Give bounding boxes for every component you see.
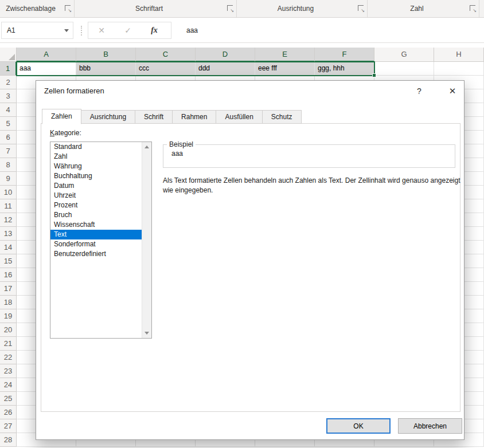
row-header-15[interactable]: 15 xyxy=(0,254,17,268)
listbox-scrollbar[interactable] xyxy=(142,142,151,338)
row-header-17[interactable]: 17 xyxy=(0,282,17,296)
row-header-10[interactable]: 10 xyxy=(0,186,17,199)
row-header-8[interactable]: 8 xyxy=(0,158,17,172)
tab-zahlen[interactable]: Zahlen xyxy=(42,109,81,124)
column-header-E[interactable]: E xyxy=(255,48,315,62)
dialog-tabs: ZahlenAusrichtungSchriftRahmenAusfüllenS… xyxy=(42,109,301,124)
excel-window: ZwischenablageSchriftartAusrichtungZahl … xyxy=(0,0,484,448)
ribbon-group-zwischenablage: Zwischenablage xyxy=(0,0,75,17)
row-header-3[interactable]: 3 xyxy=(0,89,17,103)
column-header-G[interactable]: G xyxy=(374,48,434,62)
row-header-19[interactable]: 19 xyxy=(0,309,17,323)
cell-A1[interactable]: aaa xyxy=(17,62,76,76)
row-header-27[interactable]: 27 xyxy=(0,419,17,433)
cell-C1[interactable]: ccc xyxy=(136,62,196,76)
row-header-7[interactable]: 7 xyxy=(0,144,17,158)
category-standard[interactable]: Standard xyxy=(50,142,142,152)
category-zahl[interactable]: Zahl xyxy=(50,152,142,162)
row-header-21[interactable]: 21 xyxy=(0,337,17,351)
row-header-22[interactable]: 22 xyxy=(0,351,17,364)
insert-function-icon[interactable]: fx xyxy=(141,26,167,35)
category-wissenschaft[interactable]: Wissenschaft xyxy=(50,220,142,230)
category-uhrzeit[interactable]: Uhrzeit xyxy=(50,191,142,201)
tab-rahmen[interactable]: Rahmen xyxy=(172,110,216,124)
column-header-H[interactable]: H xyxy=(434,48,484,62)
close-icon[interactable]: ✕ xyxy=(441,82,464,100)
select-all-corner[interactable] xyxy=(0,48,17,62)
category-prozent[interactable]: Prozent xyxy=(50,201,142,210)
cancel-entry-icon[interactable]: ✕ xyxy=(88,26,115,35)
ok-button[interactable]: OK xyxy=(326,418,391,434)
column-header-A[interactable]: A xyxy=(17,48,76,62)
category-text[interactable]: Text xyxy=(50,230,142,239)
row-header-4[interactable]: 4 xyxy=(0,103,17,117)
column-headers: ABCDEFGH xyxy=(17,48,484,62)
row-header-11[interactable]: 11 xyxy=(0,199,17,213)
dialog-launcher-icon[interactable] xyxy=(470,5,475,11)
row-header-13[interactable]: 13 xyxy=(0,227,17,241)
row-header-2[interactable]: 2 xyxy=(0,76,17,89)
name-box-value: A1 xyxy=(7,22,15,38)
row-header-20[interactable]: 20 xyxy=(0,323,17,337)
confirm-entry-icon[interactable]: ✓ xyxy=(115,26,141,35)
row-header-12[interactable]: 12 xyxy=(0,213,17,227)
tab-ausrichtung[interactable]: Ausrichtung xyxy=(81,110,135,124)
cell-E1[interactable]: eee fff xyxy=(255,62,315,76)
tab-ausfuellen[interactable]: Ausfüllen xyxy=(216,110,262,124)
ribbon-group-label: Schriftart xyxy=(75,0,224,17)
column-header-D[interactable]: D xyxy=(196,48,255,62)
row-header-24[interactable]: 24 xyxy=(0,378,17,392)
ribbon-group-ausrichtung: Ausrichtung xyxy=(237,0,368,17)
scroll-down-icon[interactable] xyxy=(145,332,149,335)
dialog-launcher-icon[interactable] xyxy=(227,5,233,11)
row-header-26[interactable]: 26 xyxy=(0,406,17,419)
row-header-16[interactable]: 16 xyxy=(0,268,17,282)
category-datum[interactable]: Datum xyxy=(50,181,142,191)
beispiel-groupbox: Beispiel aaa xyxy=(163,140,455,168)
format-cells-dialog: Zellen formatieren ? ✕ ZahlenAusrichtung… xyxy=(36,80,465,440)
row-header-9[interactable]: 9 xyxy=(0,172,17,186)
dialog-launcher-icon[interactable] xyxy=(358,5,364,11)
cell-B1[interactable]: bbb xyxy=(76,62,136,76)
formula-buttons: ✕ ✓ fx xyxy=(88,22,171,39)
cell-H1[interactable] xyxy=(434,62,484,76)
ribbon-group-schriftart: Schriftart xyxy=(75,0,237,17)
row-header-14[interactable]: 14 xyxy=(0,241,17,254)
category-buchhaltung[interactable]: Buchhaltung xyxy=(50,171,142,181)
scroll-up-icon[interactable] xyxy=(145,146,149,148)
kategorie-label: Kategorie: xyxy=(50,129,81,137)
row-header-28[interactable]: 28 xyxy=(0,433,17,447)
cell-F1[interactable]: ggg, hhh xyxy=(315,62,374,76)
ribbon-group-label: Ausrichtung xyxy=(237,0,354,17)
formula-bar-drag-handle[interactable] xyxy=(81,26,82,36)
row-header-1[interactable]: 1 xyxy=(0,62,17,76)
dialog-launcher-icon[interactable] xyxy=(65,5,71,11)
beispiel-value: aaa xyxy=(163,150,455,158)
column-header-B[interactable]: B xyxy=(76,48,136,62)
row-header-5[interactable]: 5 xyxy=(0,117,17,131)
row-header-18[interactable]: 18 xyxy=(0,296,17,309)
category-bruch[interactable]: Bruch xyxy=(50,210,142,220)
ribbon-group-strip: ZwischenablageSchriftartAusrichtungZahl xyxy=(0,0,484,18)
cell-D1[interactable]: ddd xyxy=(196,62,255,76)
category-listbox: StandardZahlWährungBuchhaltungDatumUhrze… xyxy=(50,142,152,339)
help-icon[interactable]: ? xyxy=(408,82,431,100)
name-box[interactable]: A1 xyxy=(1,22,73,39)
column-header-F[interactable]: F xyxy=(315,48,374,62)
tab-schrift[interactable]: Schrift xyxy=(135,110,173,124)
formula-bar-input[interactable]: aaa xyxy=(186,22,198,39)
grid-row-1: 1aaabbbcccdddeee fffggg, hhh xyxy=(0,62,484,76)
cell-G1[interactable] xyxy=(374,62,434,76)
column-header-C[interactable]: C xyxy=(136,48,196,62)
row-header-25[interactable]: 25 xyxy=(0,392,17,406)
tab-schutz[interactable]: Schutz xyxy=(262,110,302,124)
category-items: StandardZahlWährungBuchhaltungDatumUhrze… xyxy=(50,142,151,259)
category-benutzerdefiniert[interactable]: Benutzerdefiniert xyxy=(50,249,142,259)
row-header-23[interactable]: 23 xyxy=(0,364,17,378)
category-sonderformat[interactable]: Sonderformat xyxy=(50,239,142,249)
row-header-6[interactable]: 6 xyxy=(0,131,17,144)
cancel-button[interactable]: Abbrechen xyxy=(398,418,462,434)
name-box-dropdown-icon[interactable] xyxy=(60,22,73,38)
category-währung[interactable]: Währung xyxy=(50,162,142,171)
formula-bar: A1 ✕ ✓ fx aaa xyxy=(0,18,484,43)
